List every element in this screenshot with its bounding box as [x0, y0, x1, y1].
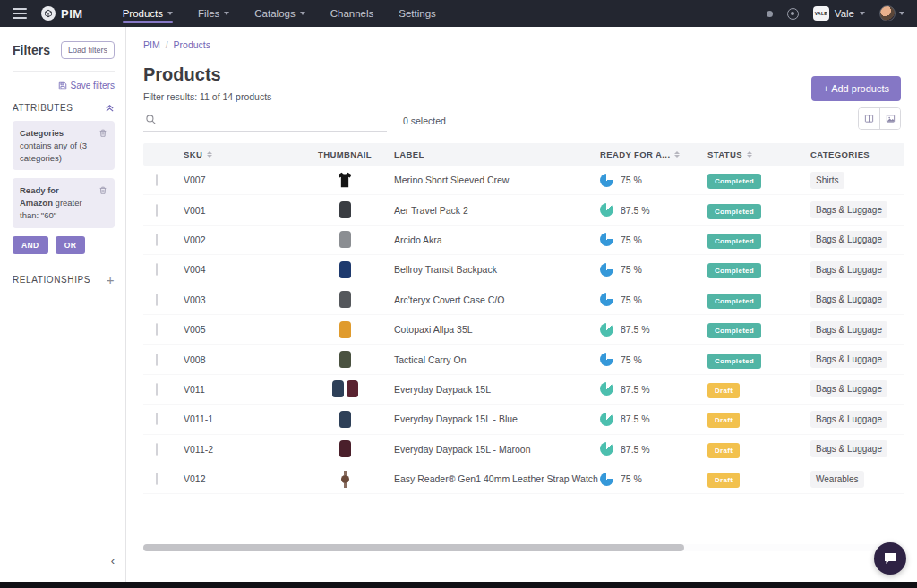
table-row[interactable]: V012 Easy Reader® Gen1 40mm Leather Stra…: [143, 464, 904, 494]
hamburger-menu-icon[interactable]: [13, 8, 27, 19]
row-label[interactable]: Tactical Carry On: [394, 354, 600, 365]
sort-icon[interactable]: [747, 151, 752, 158]
row-checkbox[interactable]: [156, 234, 158, 246]
sort-icon[interactable]: [674, 151, 680, 158]
active-filter-chip[interactable]: Ready for Amazon greater than: "60": [13, 178, 115, 227]
main-menu: Products Files Catalogs Channels Setting…: [110, 1, 449, 26]
active-filters-list: Categories contains any of (3 categories…: [13, 121, 115, 228]
tshirt-thumbnail-icon: [336, 171, 354, 189]
row-label[interactable]: Arcido Akra: [394, 234, 600, 245]
row-checkbox[interactable]: [156, 473, 158, 485]
column-header-thumbnail[interactable]: THUMBNAIL: [296, 149, 394, 159]
backpack-thumbnail-icon: [339, 261, 351, 278]
nav-menu-item-channels[interactable]: Channels: [318, 1, 387, 26]
column-header-status[interactable]: STATUS: [707, 149, 810, 159]
column-header-categories[interactable]: CATEGORIES: [810, 149, 904, 159]
row-checkbox[interactable]: [156, 294, 158, 306]
row-label[interactable]: Everyday Daypack 15L - Maroon: [394, 444, 600, 455]
save-filters-label: Save filters: [71, 81, 115, 90]
collapse-section-icon[interactable]: [105, 103, 115, 113]
row-sku: V004: [184, 264, 296, 275]
row-checkbox[interactable]: [156, 263, 158, 276]
row-label[interactable]: Aer Travel Pack 2: [394, 205, 600, 216]
sort-icon[interactable]: [207, 151, 212, 158]
nav-menu-item-files[interactable]: Files: [185, 1, 242, 26]
row-label[interactable]: Everyday Daypack 15L: [394, 384, 600, 395]
table-row[interactable]: V011-1 Everyday Daypack 15L - Blue 87.5 …: [143, 405, 904, 434]
nav-menu-item-products[interactable]: Products: [110, 1, 185, 26]
add-products-button[interactable]: + Add products: [811, 76, 901, 101]
row-checkbox[interactable]: [156, 354, 158, 366]
row-checkbox[interactable]: [156, 443, 158, 456]
table-row[interactable]: V011 Everyday Daypack 15L 87.5 % Draft B…: [143, 375, 904, 405]
attributes-header-label: ATTRIBUTES: [13, 103, 73, 113]
completeness-pie-icon: [600, 442, 613, 456]
completeness-pie-icon: [600, 473, 613, 486]
row-sku: V005: [184, 324, 296, 335]
category-chip: Bags & Luggage: [810, 351, 887, 368]
search-box[interactable]: [143, 111, 387, 132]
table-view-icon: [864, 114, 874, 124]
nav-menu-item-settings[interactable]: Settings: [386, 1, 449, 26]
product-thumbnail: [296, 261, 394, 278]
brand[interactable]: PIM: [41, 6, 83, 21]
load-filters-button[interactable]: Load filters: [61, 41, 115, 59]
or-operator-button[interactable]: OR: [56, 236, 86, 254]
add-relationship-icon[interactable]: +: [107, 272, 115, 287]
row-label[interactable]: Everyday Daypack 15L - Blue: [394, 413, 600, 424]
status-badge: Completed: [707, 263, 761, 278]
row-checkbox[interactable]: [156, 174, 158, 186]
remove-filter-icon[interactable]: [99, 185, 107, 195]
row-sku: V011-1: [184, 413, 296, 424]
table-row[interactable]: V004 Bellroy Transit Backpack 75 % Compl…: [143, 255, 904, 285]
filter-condition: contains any of (3 categories): [20, 141, 87, 163]
search-input[interactable]: [163, 114, 385, 124]
status-badge: Completed: [707, 323, 761, 338]
table-row[interactable]: V003 Arc'teryx Covert Case C/O 75 % Comp…: [143, 285, 904, 315]
row-label[interactable]: Easy Reader® Gen1 40mm Leather Strap Wat…: [394, 473, 600, 484]
row-label[interactable]: Arc'teryx Covert Case C/O: [394, 294, 600, 305]
pim-logo-icon: [41, 6, 56, 21]
table-view-button[interactable]: [859, 108, 879, 129]
row-label[interactable]: Merino Short Sleeved Crew: [394, 175, 600, 185]
row-label[interactable]: Cotopaxi Allpa 35L: [394, 324, 600, 335]
table-row[interactable]: V007 Merino Short Sleeved Crew 75 % Comp…: [143, 166, 904, 195]
row-label[interactable]: Bellroy Transit Backpack: [394, 264, 600, 275]
remove-filter-icon[interactable]: [99, 128, 107, 138]
row-checkbox[interactable]: [156, 413, 158, 425]
category-chip: Bags & Luggage: [810, 321, 887, 338]
row-checkbox[interactable]: [156, 383, 158, 396]
and-operator-button[interactable]: AND: [13, 236, 48, 254]
active-filter-chip[interactable]: Categories contains any of (3 categories…: [13, 121, 115, 170]
column-header-sku[interactable]: SKU: [184, 149, 296, 159]
table-row[interactable]: V001 Aer Travel Pack 2 87.5 % Completed …: [143, 195, 904, 225]
category-chip: Wearables: [810, 471, 864, 488]
gallery-view-button[interactable]: [879, 108, 900, 129]
notification-dot-icon[interactable]: [767, 11, 773, 17]
nav-right-cluster: VALE Vale: [767, 5, 904, 21]
chat-launcher-button[interactable]: [874, 542, 906, 575]
table-row[interactable]: V008 Tactical Carry On 75 % Completed Ba…: [143, 345, 904, 374]
breadcrumb-pim-link[interactable]: PIM: [143, 39, 160, 50]
table-row[interactable]: V002 Arcido Akra 75 % Completed Bags & L…: [143, 226, 904, 255]
nav-menu-item-catalogs[interactable]: Catalogs: [242, 1, 317, 26]
user-menu[interactable]: [879, 5, 904, 21]
sidebar-collapse-icon[interactable]: ‹: [111, 554, 115, 567]
product-thumbnail: [296, 231, 394, 248]
gallery-view-icon: [886, 114, 896, 124]
org-switcher[interactable]: VALE Vale: [813, 6, 865, 21]
column-header-ready-for-a-[interactable]: READY FOR A...: [600, 149, 707, 159]
row-checkbox[interactable]: [156, 323, 158, 336]
product-thumbnail: [296, 201, 394, 218]
column-header-label[interactable]: LABEL: [394, 149, 600, 159]
breadcrumb-products-link[interactable]: Products: [174, 39, 210, 50]
save-filters-link[interactable]: Save filters: [13, 81, 115, 90]
row-checkbox[interactable]: [156, 204, 158, 217]
completeness-pie-icon: [600, 174, 613, 187]
scrollbar-thumb[interactable]: [143, 544, 684, 551]
help-icon[interactable]: [787, 8, 799, 20]
table-row[interactable]: V011-2 Everyday Daypack 15L - Maroon 87.…: [143, 435, 904, 464]
category-chip: Bags & Luggage: [810, 440, 887, 457]
table-row[interactable]: V005 Cotopaxi Allpa 35L 87.5 % Completed…: [143, 315, 904, 345]
product-thumbnail: [296, 321, 394, 338]
